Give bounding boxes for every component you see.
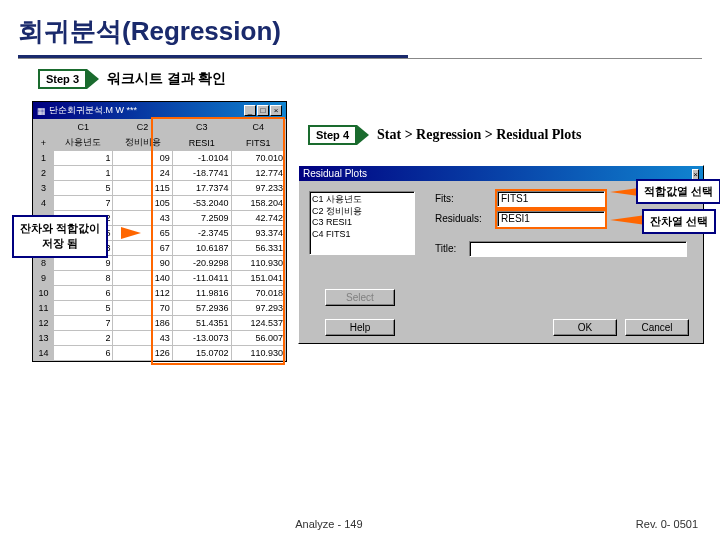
cell[interactable]: -13.0073: [172, 331, 231, 346]
arrow-left-icon: [121, 227, 141, 239]
table-row: 14612615.0702110.930: [34, 346, 286, 361]
cell[interactable]: 10.6187: [172, 241, 231, 256]
cell[interactable]: 11: [34, 301, 54, 316]
cell[interactable]: 15.0702: [172, 346, 231, 361]
list-item[interactable]: C3 RESI1: [312, 217, 412, 229]
cell[interactable]: 43: [113, 211, 172, 226]
cell[interactable]: 105: [113, 196, 172, 211]
cell[interactable]: 158.204: [231, 196, 285, 211]
cell[interactable]: 90: [113, 256, 172, 271]
cell[interactable]: -1.0104: [172, 151, 231, 166]
step4-text: Stat > Regression > Residual Plots: [377, 127, 581, 143]
cell[interactable]: 70.018: [231, 286, 285, 301]
maximize-icon[interactable]: □: [257, 105, 269, 116]
cell[interactable]: 7: [54, 316, 113, 331]
list-item[interactable]: C2 정비비용: [312, 206, 412, 218]
cell[interactable]: 151.041: [231, 271, 285, 286]
cancel-button[interactable]: Cancel: [625, 319, 689, 336]
help-button[interactable]: Help: [325, 319, 395, 336]
cell[interactable]: 7: [54, 196, 113, 211]
cell[interactable]: 1: [34, 151, 54, 166]
cell[interactable]: 12: [34, 316, 54, 331]
cell[interactable]: 51.4351: [172, 316, 231, 331]
cell[interactable]: 115: [113, 181, 172, 196]
cell[interactable]: 112: [113, 286, 172, 301]
cell[interactable]: 42.742: [231, 211, 285, 226]
residuals-input[interactable]: RESI1: [497, 211, 605, 227]
cell[interactable]: -18.7741: [172, 166, 231, 181]
cell[interactable]: 140: [113, 271, 172, 286]
cell[interactable]: 70: [113, 301, 172, 316]
list-item[interactable]: C4 FITS1: [312, 229, 412, 241]
cell[interactable]: 110.930: [231, 346, 285, 361]
cell[interactable]: 124.537: [231, 316, 285, 331]
cell[interactable]: 24: [113, 166, 172, 181]
list-item[interactable]: C1 사용년도: [312, 194, 412, 206]
step4-arrow-icon: [357, 125, 369, 145]
col-h0: [34, 120, 54, 135]
page-title: 회귀분석(Regression): [0, 0, 720, 53]
cell[interactable]: -20.9298: [172, 256, 231, 271]
cell[interactable]: -53.2040: [172, 196, 231, 211]
cell[interactable]: -2.3745: [172, 226, 231, 241]
cell[interactable]: 126: [113, 346, 172, 361]
cell[interactable]: 5: [54, 181, 113, 196]
minimize-icon[interactable]: _: [244, 105, 256, 116]
cell[interactable]: 09: [113, 151, 172, 166]
select-button[interactable]: Select: [325, 289, 395, 306]
cell[interactable]: 3: [34, 181, 54, 196]
cell[interactable]: 4: [34, 196, 54, 211]
cell[interactable]: 2: [54, 331, 113, 346]
cell[interactable]: 17.7374: [172, 181, 231, 196]
cell[interactable]: 6: [54, 286, 113, 301]
cell[interactable]: 6: [54, 346, 113, 361]
sub-h3: RESI1: [172, 135, 231, 151]
cell[interactable]: 186: [113, 316, 172, 331]
title-input[interactable]: [469, 241, 687, 257]
col-h2: C2: [113, 120, 172, 135]
cell[interactable]: -11.0411: [172, 271, 231, 286]
cell[interactable]: 56.331: [231, 241, 285, 256]
cell[interactable]: 110.930: [231, 256, 285, 271]
cell[interactable]: 1: [54, 166, 113, 181]
table-row: 98140-11.0411151.041: [34, 271, 286, 286]
cell[interactable]: 13: [34, 331, 54, 346]
cell[interactable]: 7.2509: [172, 211, 231, 226]
dialog-title: Residual Plots: [303, 168, 367, 179]
cell[interactable]: 97.233: [231, 181, 285, 196]
cell[interactable]: 11.9816: [172, 286, 231, 301]
ok-button[interactable]: OK: [553, 319, 617, 336]
step3-row: Step 3 워크시트 결과 확인: [38, 69, 720, 89]
table-row: 2124-18.774112.774: [34, 166, 286, 181]
arrow-resid-icon: [610, 215, 646, 225]
worksheet-icon: ▦: [37, 106, 46, 116]
col-h4: C4: [231, 120, 285, 135]
cell[interactable]: 10: [34, 286, 54, 301]
cell[interactable]: 56.007: [231, 331, 285, 346]
cell[interactable]: 70.010: [231, 151, 285, 166]
step3-badge: Step 3: [38, 69, 87, 89]
column-listbox[interactable]: C1 사용년도 C2 정비비용 C3 RESI1 C4 FITS1: [309, 191, 415, 255]
title-subrule: [18, 58, 702, 59]
cell[interactable]: 93.374: [231, 226, 285, 241]
col-h3: C3: [172, 120, 231, 135]
sub-h0: +: [34, 135, 54, 151]
cell[interactable]: 8: [54, 271, 113, 286]
sub-h4: FITS1: [231, 135, 285, 151]
cell[interactable]: 14: [34, 346, 54, 361]
callout-resid: 잔차열 선택: [642, 209, 716, 234]
cell[interactable]: 12.774: [231, 166, 285, 181]
cell[interactable]: 57.2936: [172, 301, 231, 316]
fits-input[interactable]: FITS1: [497, 191, 605, 207]
cell[interactable]: 97.293: [231, 301, 285, 316]
cell[interactable]: 9: [34, 271, 54, 286]
cell[interactable]: 1: [54, 151, 113, 166]
close-icon[interactable]: ×: [270, 105, 282, 116]
callout-left-line2: 저장 됨: [20, 236, 100, 251]
step4-row: Step 4 Stat > Regression > Residual Plot…: [308, 125, 581, 145]
cell[interactable]: 43: [113, 331, 172, 346]
cell[interactable]: 2: [34, 166, 54, 181]
cell[interactable]: 67: [113, 241, 172, 256]
callout-left-line1: 잔차와 적합값이: [20, 221, 100, 236]
cell[interactable]: 5: [54, 301, 113, 316]
